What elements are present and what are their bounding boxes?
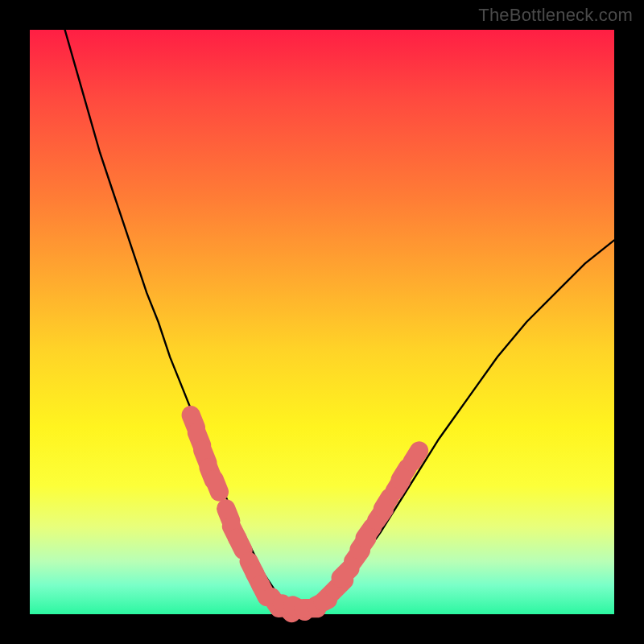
plot-area <box>30 30 614 614</box>
watermark-text: TheBottleneck.com <box>478 5 633 26</box>
curve-svg <box>30 30 614 614</box>
marker-group <box>179 403 431 627</box>
bottleneck-curve <box>65 30 614 609</box>
chart-frame: TheBottleneck.com <box>0 0 644 644</box>
